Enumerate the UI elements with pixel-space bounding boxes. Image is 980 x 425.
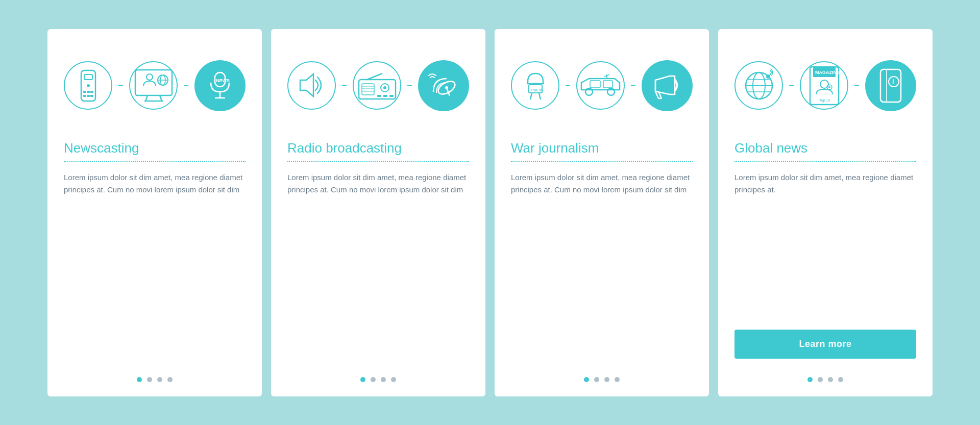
phone-icon-wrapper: i [865, 60, 916, 111]
card-war-journalism: PRESS [495, 29, 709, 396]
dot-1 [807, 377, 813, 382]
dot-4 [615, 377, 620, 382]
connector7 [789, 85, 794, 86]
card-text-newscasting: Lorem ipsum dolor sit dim amet, mea regi… [64, 171, 246, 368]
journalist-icon-wrapper: PRESS [511, 61, 559, 110]
svg-text:i: i [892, 78, 894, 85]
svg-rect-1 [84, 74, 92, 80]
van-icon-wrapper [576, 61, 625, 110]
connector8 [854, 85, 859, 86]
svg-rect-4 [87, 91, 90, 93]
megaphone-icon-wrapper [642, 60, 693, 111]
phone-info-icon: i [865, 60, 916, 111]
svg-marker-21 [300, 74, 313, 96]
magazine-icon-wrapper: MAGAZINE Top 10 [800, 61, 848, 110]
card-title-war: War journalism [511, 140, 693, 156]
card-text-war: Lorem ipsum dolor sit dim amet, mea regi… [511, 171, 693, 368]
speaker-icon [287, 61, 336, 110]
svg-rect-8 [90, 95, 93, 97]
svg-point-2 [87, 84, 90, 87]
dot-3 [157, 377, 162, 382]
svg-line-40 [539, 93, 541, 99]
satellite-icon [418, 60, 469, 111]
dot-2 [818, 377, 823, 382]
speaker-icon-wrapper [287, 61, 336, 110]
connector6 [631, 85, 635, 86]
svg-text:MAGAZINE: MAGAZINE [815, 70, 840, 75]
tv-icon [129, 61, 178, 110]
connector1 [118, 85, 123, 86]
megaphone-icon [642, 60, 693, 111]
svg-rect-24 [362, 84, 374, 95]
dots-radio [360, 368, 396, 382]
card-text-global: Lorem ipsum dolor sit dim amet, mea regi… [734, 171, 916, 320]
svg-rect-5 [90, 91, 93, 93]
connector5 [566, 85, 570, 86]
divider-war [511, 161, 693, 162]
card-title-newscasting: Newscasting [64, 140, 246, 156]
svg-point-29 [383, 86, 386, 89]
svg-rect-31 [383, 95, 387, 97]
svg-point-35 [445, 86, 448, 89]
dot-1 [137, 377, 142, 382]
dots-global [807, 368, 843, 382]
globe-icon [734, 61, 783, 110]
divider-global [734, 161, 916, 162]
card-radio-broadcasting: Radio broadcasting Lorem ipsum dolor sit… [271, 29, 485, 396]
svg-text:PRESS: PRESS [531, 88, 544, 92]
svg-line-10 [145, 95, 148, 101]
svg-rect-32 [389, 95, 394, 97]
globe-icon-wrapper [734, 61, 783, 110]
dot-1 [360, 377, 365, 382]
remote-icon [64, 61, 112, 110]
card-global-news: MAGAZINE Top 10 [718, 29, 933, 396]
connector4 [407, 85, 412, 86]
svg-rect-3 [83, 91, 86, 93]
radio-icon-wrapper [353, 61, 401, 110]
svg-point-13 [146, 74, 153, 80]
svg-text:Top 10: Top 10 [819, 98, 830, 103]
dot-2 [594, 377, 599, 382]
dot-3 [604, 377, 609, 382]
divider-newscasting [64, 161, 246, 162]
connector3 [342, 85, 347, 86]
svg-point-64 [828, 86, 830, 88]
dots-newscasting [137, 368, 173, 382]
svg-rect-44 [590, 81, 600, 88]
svg-line-23 [367, 73, 382, 80]
learn-more-button[interactable]: Learn more [734, 330, 916, 359]
svg-rect-7 [87, 95, 90, 97]
dot-4 [167, 377, 173, 382]
satellite-icon-wrapper [418, 60, 469, 111]
mic-icon: NEWS [194, 60, 246, 111]
dot-4 [838, 377, 843, 382]
dot-3 [381, 377, 386, 382]
van-icon [576, 61, 625, 110]
card-icons-newscasting: NEWS [64, 47, 246, 124]
connector2 [184, 85, 188, 86]
card-title-radio: Radio broadcasting [287, 140, 469, 156]
tv-icon-wrapper [129, 61, 178, 110]
svg-point-57 [766, 74, 770, 79]
divider-radio [287, 161, 469, 162]
svg-rect-30 [377, 95, 381, 97]
dot-1 [584, 377, 589, 382]
dot-3 [828, 377, 833, 382]
remote-icon-wrapper [64, 61, 112, 110]
journalist-icon: PRESS [511, 61, 559, 110]
svg-rect-45 [603, 81, 612, 88]
dot-4 [391, 377, 396, 382]
mic-icon-wrapper: NEWS [194, 60, 246, 111]
svg-rect-6 [83, 95, 86, 97]
dot-2 [147, 377, 152, 382]
svg-line-11 [160, 95, 162, 101]
svg-text:NEWS: NEWS [216, 78, 230, 83]
card-icons-radio [287, 47, 469, 124]
radio-icon [353, 61, 401, 110]
card-icons-global: MAGAZINE Top 10 [734, 47, 916, 124]
card-title-global: Global news [734, 140, 916, 156]
card-icons-war: PRESS [511, 47, 693, 124]
card-text-radio: Lorem ipsum dolor sit dim amet, mea regi… [287, 171, 469, 368]
dots-war [584, 368, 620, 382]
card-newscasting: NEWS Newscasting Lorem ipsum dolor sit d… [47, 29, 262, 396]
